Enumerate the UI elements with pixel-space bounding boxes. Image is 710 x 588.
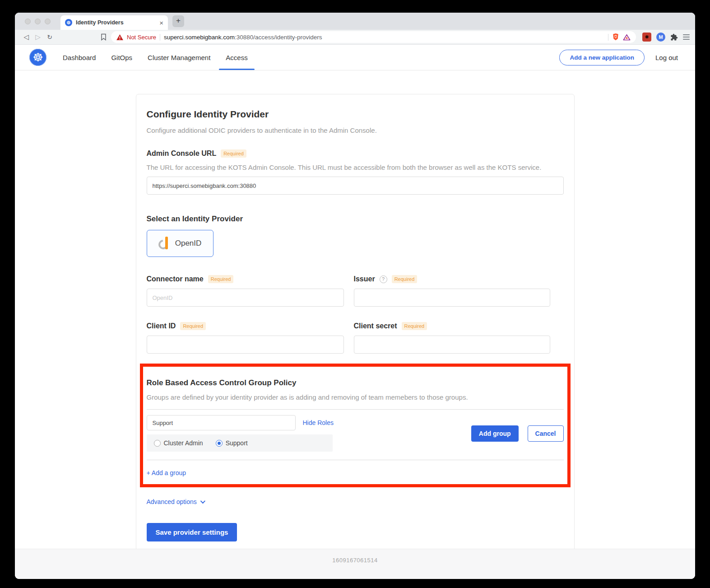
page-subtitle: Configure additional ODIC providers to a…	[147, 126, 564, 134]
client-secret-label: Client secret	[354, 322, 397, 330]
zoom-window-button[interactable]	[45, 19, 51, 24]
nav-item-access[interactable]: Access	[226, 45, 247, 70]
issuer-label: Issuer	[354, 275, 375, 283]
url-text: superci.somebigbank.com:30880/access/ide…	[164, 33, 322, 41]
bookmark-icon[interactable]	[101, 33, 107, 41]
radio-circle-icon	[216, 440, 223, 447]
nav-links: Dashboard GitOps Cluster Management Acce…	[63, 45, 248, 70]
not-secure-label: Not Secure	[127, 34, 156, 41]
url-path: :30880/access/identity-providers	[235, 34, 322, 41]
cancel-button[interactable]: Cancel	[528, 425, 564, 442]
rbac-divider-top	[147, 409, 564, 410]
browser-window: ☸ Identity Providers × + ◁ ▷ ↻ Not Secur…	[15, 13, 695, 579]
connector-name-input[interactable]	[147, 289, 344, 307]
rbac-title: Role Based Access Control Group Policy	[147, 378, 564, 387]
rbac-divider-bottom	[147, 460, 564, 460]
reload-icon[interactable]: ↻	[44, 33, 56, 41]
admin-console-url-input[interactable]	[147, 177, 564, 195]
select-provider-heading: Select an Identity Provider	[147, 215, 564, 224]
close-window-button[interactable]	[25, 19, 31, 24]
client-id-field: Client ID Required	[147, 307, 344, 354]
url-host: superci.somebigbank.com	[164, 34, 235, 41]
role-radio-support[interactable]: Support	[216, 439, 248, 447]
tab-title: Identity Providers	[76, 19, 156, 26]
rbac-highlight-annotation: Role Based Access Control Group Policy G…	[140, 364, 571, 487]
role-radio-cluster-admin[interactable]: Cluster Admin	[154, 439, 203, 447]
required-badge: Required	[392, 275, 418, 283]
openid-provider-card[interactable]: OpenID	[147, 230, 213, 257]
nav-item-cluster-management[interactable]: Cluster Management	[148, 45, 210, 70]
browser-menu-icon[interactable]	[683, 33, 690, 41]
role-label: Support	[226, 439, 248, 447]
kubernetes-favicon-icon: ☸	[65, 19, 72, 26]
connector-name-field: Connector name Required	[147, 260, 344, 307]
chevron-down-icon	[200, 499, 205, 504]
add-a-group-link[interactable]: + Add a group	[147, 469, 186, 476]
back-icon[interactable]: ◁	[20, 33, 32, 41]
extension-icon-m[interactable]: M	[656, 33, 665, 42]
kubernetes-logo-icon[interactable]: ☸	[29, 49, 46, 66]
address-separator-2	[608, 34, 608, 41]
openid-provider-label: OpenID	[175, 239, 202, 248]
admin-console-url-description: The URL for accessing the KOTS Admin Con…	[147, 163, 564, 171]
group-name-input[interactable]	[147, 415, 296, 430]
group-editor: Hide Roles Cluster Admin Support	[147, 415, 564, 452]
role-label: Cluster Admin	[164, 439, 203, 447]
advanced-options-toggle[interactable]: Advanced options	[147, 498, 204, 505]
tab-close-icon[interactable]: ×	[159, 19, 163, 27]
required-badge: Required	[402, 322, 427, 330]
client-secret-input[interactable]	[354, 336, 550, 354]
browser-toolbar: ◁ ▷ ↻ Not Secure superci.somebigbank.com…	[15, 30, 695, 45]
hide-roles-link[interactable]: Hide Roles	[303, 419, 334, 426]
roles-panel: Cluster Admin Support	[147, 434, 333, 452]
brave-shield-icon[interactable]	[612, 33, 619, 41]
add-new-application-button[interactable]: Add a new application	[559, 50, 645, 65]
advanced-options-label: Advanced options	[147, 498, 197, 505]
not-secure-warning-icon	[116, 34, 123, 40]
openid-logo-icon	[158, 237, 171, 250]
connector-name-label: Connector name	[147, 275, 204, 283]
radio-circle-icon	[154, 440, 161, 447]
bat-triangle-icon[interactable]	[623, 34, 631, 41]
nav-item-gitops[interactable]: GitOps	[111, 45, 132, 70]
save-provider-settings-button[interactable]: Save provider settings	[147, 523, 237, 541]
client-id-label: Client ID	[147, 322, 176, 330]
footer-timestamp: 1609167061514	[332, 557, 378, 564]
address-bar[interactable]: Not Secure superci.somebigbank.com:30880…	[111, 31, 636, 43]
window-controls	[25, 19, 51, 24]
extension-icon-red[interactable]: ✸	[642, 33, 651, 42]
extension-area: ✸ M	[642, 33, 690, 42]
required-badge: Required	[180, 322, 206, 330]
browser-tab[interactable]: ☸ Identity Providers ×	[60, 15, 168, 30]
issuer-input[interactable]	[354, 289, 550, 307]
page-title: Configure Identity Provider	[147, 109, 564, 120]
client-id-input[interactable]	[147, 336, 344, 354]
configure-provider-card: Configure Identity Provider Configure ad…	[136, 94, 575, 549]
new-tab-button[interactable]: +	[172, 15, 184, 27]
required-badge: Required	[221, 149, 246, 158]
page-footer: 1609167061514	[15, 549, 695, 579]
required-badge: Required	[208, 275, 234, 283]
extensions-puzzle-icon[interactable]	[670, 33, 678, 41]
minimize-window-button[interactable]	[35, 19, 41, 24]
client-secret-field: Client secret Required	[354, 307, 550, 354]
main-content: Configure Identity Provider Configure ad…	[15, 70, 695, 549]
issuer-help-icon[interactable]: ?	[380, 275, 387, 283]
issuer-field: Issuer ? Required	[354, 260, 550, 307]
forward-icon[interactable]: ▷	[32, 33, 44, 41]
app-navbar: ☸ Dashboard GitOps Cluster Management Ac…	[15, 45, 695, 70]
tab-strip: ☸ Identity Providers × +	[15, 13, 695, 30]
nav-item-dashboard[interactable]: Dashboard	[63, 45, 96, 70]
address-separator	[160, 34, 160, 41]
add-group-button[interactable]: Add group	[471, 425, 519, 442]
admin-console-url-label: Admin Console URL	[147, 149, 217, 158]
logout-button[interactable]: Log out	[655, 54, 678, 61]
nav-right: Add a new application Log out	[559, 50, 678, 65]
rbac-subtitle: Groups are defined by your identity prov…	[147, 393, 564, 401]
